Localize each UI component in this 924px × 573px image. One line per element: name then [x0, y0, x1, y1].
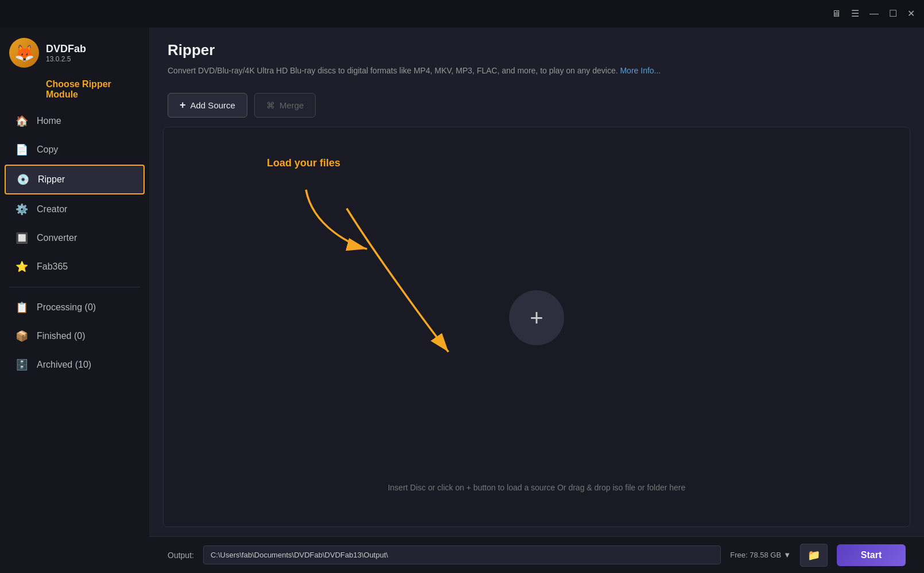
dropdown-icon[interactable]: ▼: [783, 551, 791, 559]
page-title: Ripper: [168, 41, 906, 59]
processing-icon: 📋: [15, 301, 29, 314]
sidebar-item-finished[interactable]: 📦 Finished (0): [5, 322, 145, 350]
sidebar-header: 🦊 DVDFab 13.0.2.5: [0, 28, 149, 77]
sidebar-item-home[interactable]: 🏠 Home: [5, 107, 145, 135]
sidebar-item-creator[interactable]: ⚙️ Creator: [5, 196, 145, 223]
app-logo: 🦊: [9, 38, 39, 68]
sidebar-item-fab365-label: Fab365: [37, 262, 68, 272]
copy-icon: 📄: [15, 143, 29, 156]
sidebar-item-processing[interactable]: 📋 Processing (0): [5, 294, 145, 321]
menu-btn[interactable]: ☰: [851, 9, 859, 18]
sidebar-item-converter-label: Converter: [37, 233, 77, 243]
sidebar-item-archived[interactable]: 🗄️ Archived (10): [5, 351, 145, 379]
drop-zone[interactable]: Load your files +: [163, 127, 910, 527]
finished-icon: 📦: [15, 330, 29, 342]
sidebar-item-ripper-label: Ripper: [38, 174, 65, 185]
sidebar-item-finished-label: Finished (0): [37, 331, 85, 341]
free-space: Free: 78.58 GB ▼: [730, 551, 791, 559]
logo-emoji: 🦊: [14, 44, 34, 63]
start-button[interactable]: Start: [837, 544, 906, 566]
home-icon: 🏠: [15, 115, 29, 127]
sidebar-item-converter[interactable]: 🔲 Converter: [5, 224, 145, 252]
sidebar-item-ripper[interactable]: 💿 Ripper: [5, 165, 145, 194]
add-file-button[interactable]: +: [509, 290, 564, 345]
app-body: 🦊 DVDFab 13.0.2.5 Choose Ripper Module 🏠…: [0, 28, 924, 573]
bottom-bar: Output: C:\Users\fab\Documents\DVDFab\DV…: [149, 536, 924, 573]
sidebar-divider: [9, 287, 140, 287]
sidebar-item-fab365[interactable]: ⭐ Fab365: [5, 253, 145, 280]
app-name: DVDFab: [46, 43, 86, 55]
page-header: Ripper Convert DVD/Blu-ray/4K Ultra HD B…: [149, 28, 924, 86]
app-version: 13.0.2.5: [46, 55, 86, 63]
more-info-link[interactable]: More Info...: [620, 66, 661, 75]
sidebar-item-copy[interactable]: 📄 Copy: [5, 136, 145, 163]
fab365-icon: ⭐: [15, 260, 29, 273]
close-btn[interactable]: ✕: [907, 9, 915, 18]
sidebar: 🦊 DVDFab 13.0.2.5 Choose Ripper Module 🏠…: [0, 28, 149, 573]
browse-folder-button[interactable]: 📁: [800, 544, 828, 567]
sidebar-item-copy-label: Copy: [37, 145, 58, 155]
plus-icon: +: [530, 306, 543, 329]
drop-hint: Insert Disc or click on + button to load…: [388, 483, 686, 492]
maximize-btn[interactable]: ☐: [889, 9, 897, 18]
output-label: Output:: [168, 551, 194, 560]
choose-module-label: Choose Ripper Module: [0, 77, 149, 107]
merge-icon: ⌘: [266, 100, 275, 111]
page-description: Convert DVD/Blu-ray/4K Ultra HD Blu-ray …: [168, 65, 906, 77]
archived-icon: 🗄️: [15, 358, 29, 371]
sidebar-item-home-label: Home: [37, 116, 61, 126]
sidebar-item-archived-label: Archived (10): [37, 360, 91, 370]
titlebar: 🖥 ☰ — ☐ ✕: [0, 0, 924, 28]
creator-icon: ⚙️: [15, 203, 29, 216]
app-icon-btn[interactable]: 🖥: [832, 9, 841, 18]
plus-icon: +: [180, 99, 186, 111]
main-content: Ripper Convert DVD/Blu-ray/4K Ultra HD B…: [149, 28, 924, 573]
load-files-annotation: Load your files: [267, 157, 340, 169]
sidebar-item-processing-label: Processing (0): [37, 302, 96, 313]
app-title-block: DVDFab 13.0.2.5: [46, 43, 86, 63]
ripper-icon: 💿: [16, 173, 30, 186]
converter-icon: 🔲: [15, 232, 29, 244]
output-path[interactable]: C:\Users\fab\Documents\DVDFab\DVDFab13\O…: [203, 545, 721, 564]
merge-button[interactable]: ⌘ Merge: [254, 93, 316, 118]
minimize-btn[interactable]: —: [869, 9, 879, 18]
add-source-button[interactable]: + Add Source: [168, 93, 247, 118]
toolbar: + Add Source ⌘ Merge: [149, 86, 924, 127]
sidebar-item-creator-label: Creator: [37, 204, 67, 215]
